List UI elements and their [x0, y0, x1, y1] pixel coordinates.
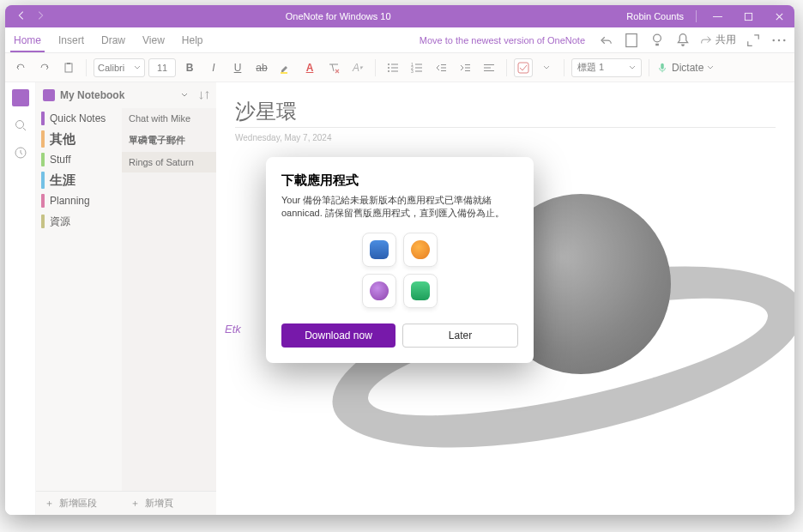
section-other[interactable]: 其他 [36, 129, 122, 149]
onenote-icon[interactable] [12, 89, 29, 106]
format-painter-button[interactable]: A▾ [347, 57, 368, 78]
svg-rect-11 [391, 63, 398, 64]
font-name-select[interactable]: Calibri [94, 58, 145, 77]
more-icon[interactable] [770, 32, 788, 49]
heading-style-select[interactable]: 標題 1 [571, 58, 642, 77]
dialog-title: 下載應用程式 [281, 172, 518, 189]
page-date: Wednesday, May 7, 2024 [216, 128, 794, 159]
dictate-button[interactable]: Dictate [656, 62, 714, 74]
notebook-icon [43, 89, 55, 101]
page-chat-mike[interactable]: Chat with Mike [122, 108, 216, 129]
svg-point-12 [388, 67, 389, 69]
svg-point-6 [783, 39, 786, 41]
svg-rect-29 [484, 67, 491, 68]
section-career[interactable]: 生涯 [36, 170, 122, 190]
tab-insert[interactable]: Insert [50, 27, 93, 52]
todo-tag-button[interactable] [514, 58, 533, 77]
svg-rect-23 [441, 67, 446, 68]
notebook-name: My Notebook [60, 89, 124, 101]
bold-button[interactable]: B [179, 57, 200, 78]
share-button[interactable]: 共用 [700, 33, 736, 47]
add-section-button[interactable]: ＋新增區段 [36, 491, 122, 515]
tab-draw[interactable]: Draw [93, 27, 134, 52]
app-title: OneNote for Windows 10 [57, 11, 619, 21]
sort-button[interactable] [196, 89, 213, 101]
svg-rect-32 [661, 63, 664, 69]
svg-rect-13 [391, 67, 398, 68]
titlebar: OneNote for Windows 10 Robin Counts [5, 5, 794, 27]
tab-view[interactable]: View [134, 27, 173, 52]
word-icon [362, 233, 396, 267]
svg-point-33 [15, 121, 23, 129]
page-email[interactable]: 單磷電子郵件 [122, 129, 216, 152]
highlight-button[interactable] [275, 57, 296, 78]
svg-rect-1 [745, 13, 752, 20]
font-size-select[interactable]: 11 [148, 58, 176, 77]
numbering-button[interactable]: 123 [407, 57, 427, 78]
svg-rect-17 [415, 63, 422, 64]
menubar: Home Insert Draw View Help Move to the n… [5, 27, 794, 53]
strike-button[interactable]: ab [251, 57, 272, 78]
section-quick-notes[interactable]: Quick Notes [36, 108, 122, 129]
undo-button[interactable] [10, 57, 31, 78]
tab-home[interactable]: Home [5, 27, 50, 52]
forward-button[interactable] [34, 9, 46, 23]
svg-rect-9 [281, 72, 287, 74]
svg-point-4 [773, 39, 776, 41]
powerpoint-icon [403, 233, 438, 267]
clear-format-button[interactable] [323, 57, 344, 78]
tags-dropdown[interactable] [536, 57, 557, 78]
page-rings-saturn[interactable]: Rings of Saturn [122, 152, 216, 172]
svg-rect-25 [465, 64, 470, 65]
fullscreen-icon[interactable] [745, 32, 762, 49]
lightbulb-icon[interactable] [649, 32, 666, 49]
notebook-picker[interactable]: My Notebook [36, 82, 196, 108]
page-icon[interactable] [623, 32, 640, 49]
svg-rect-22 [441, 64, 446, 65]
download-now-button[interactable]: Download now [281, 323, 395, 348]
section-resources[interactable]: 資源 [36, 211, 122, 232]
underline-button[interactable]: U [227, 57, 248, 78]
bell-icon[interactable] [674, 32, 691, 49]
clipboard-button[interactable] [58, 57, 79, 78]
search-icon[interactable] [12, 117, 29, 134]
svg-rect-2 [626, 33, 637, 46]
svg-rect-21 [415, 70, 422, 71]
svg-point-3 [654, 34, 661, 42]
svg-rect-8 [67, 63, 70, 64]
back-button[interactable] [15, 9, 27, 23]
section-planning[interactable]: Planning [36, 190, 122, 211]
svg-rect-27 [465, 70, 470, 71]
sections-list: Quick Notes 其他 Stuff 生涯 Planning 資源 [36, 108, 122, 491]
left-rail [5, 82, 36, 515]
enter-icon[interactable] [597, 32, 614, 49]
svg-rect-30 [484, 70, 494, 71]
bullets-button[interactable] [383, 57, 403, 78]
italic-button[interactable]: I [203, 57, 224, 78]
align-button[interactable] [479, 57, 499, 78]
svg-rect-28 [484, 64, 494, 65]
add-page-button[interactable]: ＋新增頁 [122, 491, 216, 515]
svg-text:3: 3 [411, 69, 414, 74]
minimize-button[interactable] [702, 5, 733, 27]
page-title[interactable]: 沙星環 [216, 82, 794, 127]
etk-label: Etk [225, 323, 241, 336]
pages-list: Chat with Mike 單磷電子郵件 Rings of Saturn [122, 108, 216, 491]
tab-help[interactable]: Help [173, 27, 212, 52]
outdent-button[interactable] [431, 57, 451, 78]
section-stuff[interactable]: Stuff [36, 149, 122, 170]
redo-button[interactable] [34, 57, 55, 78]
font-color-button[interactable]: A [299, 57, 320, 78]
svg-rect-15 [391, 70, 398, 71]
svg-point-10 [388, 63, 389, 65]
move-newest-link[interactable]: Move to the newest version of OneNote [420, 35, 589, 45]
svg-rect-19 [415, 67, 422, 68]
close-button[interactable] [764, 5, 794, 27]
later-button[interactable]: Later [402, 323, 518, 348]
user-name[interactable]: Robin Counts [619, 11, 691, 21]
notebook-panel: My Notebook Quick Notes 其他 Stuff 生涯 Plan… [36, 82, 216, 515]
recent-icon[interactable] [12, 144, 29, 161]
maximize-button[interactable] [733, 5, 764, 27]
indent-button[interactable] [455, 57, 475, 78]
svg-rect-24 [441, 70, 446, 71]
